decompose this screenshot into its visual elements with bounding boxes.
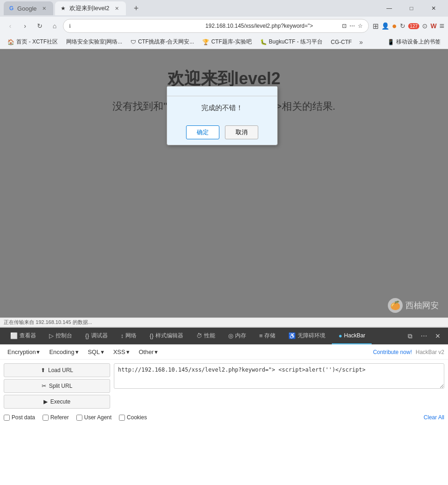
home-button[interactable]: ⌂ [48,19,61,32]
reload-button[interactable]: ↻ [33,19,46,32]
bookmark-xctf[interactable]: 🏠 首页 - XCTF社区 [4,37,62,47]
post-data-label: Post data [12,414,35,421]
qr-icon[interactable]: ⊡ [342,23,347,29]
more-icon[interactable]: ⋯ [349,23,355,29]
tab-level2[interactable]: ★ 欢迎来到level2 ✕ [55,1,126,15]
dialog-header [167,87,277,96]
cookies-label: Cookies [127,414,147,421]
hackbar-menu-encoding-label: Encoding [49,348,74,355]
bookmark-ctf1-label: CTF挑战赛-合天网安... [138,38,194,46]
referer-input[interactable] [43,415,49,421]
account-icon[interactable]: ⊙ [422,22,428,30]
devtools-tab-accessibility[interactable]: ♿ 无障碍环境 [282,328,332,344]
forward-button[interactable]: › [19,19,31,32]
address-bar: ‹ › ↻ ⌂ ℹ 192.168.10.145/xss/level2.php?… [0,17,448,35]
devtools-tab-console[interactable]: ▷ 控制台 [43,328,79,344]
hackbar-menu-sql[interactable]: SQL ▾ [84,348,108,356]
bookmarks-bar: 🏠 首页 - XCTF社区 网络安全实验室|网络... 🛡 CTF挑战赛-合天网… [0,35,448,49]
menu-icon[interactable]: ≡ [439,21,444,31]
accessibility-icon: ♿ [288,332,296,339]
watermark-text: 西柚网安 [405,300,439,311]
browser-chrome: G Google ✕ ★ 欢迎来到level2 ✕ + — □ ✕ ‹ › ↻ … [0,0,448,49]
w-icon[interactable]: W [430,22,436,30]
profile2-icon[interactable]: ● [392,21,397,31]
bookmark-ctf2-label: CTF题库-实验吧 [211,38,251,46]
bookmark-ctf1[interactable]: 🛡 CTF挑战赛-合天网安... [127,37,198,47]
tab-close-level2[interactable]: ✕ [113,5,120,12]
toolbar-icons: ⊞ 👤 ● ↻ 127 ⊙ W ≡ [373,21,444,31]
hackbar-body: ⬆ Load URL ✂ Split URL ▶ Execute http://… [0,360,448,412]
bookmark-cgctf-label: CG-CTF [331,39,352,45]
hackbar-menu-xss-label: XSS [113,348,125,355]
hackbar-menu-other-label: Other [139,348,154,355]
bookmark-lab[interactable]: 网络安全实验室|网络... [62,37,126,47]
bookmark-bugku-label: BugkuCTF - 练习平台 [269,38,323,46]
clear-all-button[interactable]: Clear All [423,414,444,421]
dialog-confirm-button[interactable]: 确定 [186,125,219,139]
devtools-tab-accessibility-label: 无障碍环境 [298,332,325,340]
bookmark-bugku[interactable]: 🐛 BugkuCTF - 练习平台 [256,37,326,47]
bookmark-mobile-icon: 📱 [387,39,394,45]
hackbar-url-area: http://192.168.10.145/xss/level2.php?key… [114,363,444,409]
hackbar-menu-encoding-arrow: ▾ [75,348,79,355]
new-tab-button[interactable]: + [130,2,143,15]
referer-label: Referer [50,414,69,421]
load-url-label: Load URL [48,367,73,373]
back-button[interactable]: ‹ [4,19,17,32]
hackbar-menu-other-arrow: ▾ [155,348,158,355]
address-input[interactable]: ℹ 192.168.10.145/xss/level2.php?keyword=… [63,19,369,33]
url-display: 192.168.10.145/xss/level2.php?keyword="> [205,23,339,29]
execute-button[interactable]: ▶ Execute [4,395,110,409]
tab-google[interactable]: G Google ✕ [4,1,53,15]
devtools-tab-network[interactable]: ↕ 网络 [114,328,143,344]
post-data-checkbox[interactable]: Post data [4,414,35,421]
hackbar-menu-xss[interactable]: XSS ▾ [110,348,133,356]
cookies-checkbox[interactable]: Cookies [119,414,147,421]
watermark: 🍊 西柚网安 [388,298,439,313]
devtools-tab-style[interactable]: {} 样式编辑器 [143,328,190,344]
load-url-button[interactable]: ⬆ Load URL [4,363,110,377]
cookies-input[interactable] [119,415,125,421]
tab-close-google[interactable]: ✕ [40,5,48,12]
hackbar-url-input[interactable]: http://192.168.10.145/xss/level2.php?key… [114,363,444,389]
devtools-more-button[interactable]: ⋯ [417,330,430,342]
post-data-input[interactable] [4,415,10,421]
devtools-tab-debugger[interactable]: {} 调试器 [79,328,114,344]
minimize-button[interactable]: — [379,1,400,16]
hackbar-contribute-link[interactable]: Contribute now! [373,349,412,355]
devtools-tab-performance[interactable]: ⏱ 性能 [190,328,222,344]
devtools-tab-inspector[interactable]: ⬜ 查看器 [4,328,43,344]
user-agent-checkbox[interactable]: User Agent [76,414,112,421]
hackbar-menu-encryption[interactable]: Encryption ▾ [4,348,44,356]
status-bar: 正在传输来自 192.168.10.145 的数据... [0,317,448,327]
devtools-tab-memory[interactable]: ◎ 内存 [222,328,253,344]
user-agent-input[interactable] [76,415,82,421]
split-url-button[interactable]: ✂ Split URL [4,379,110,393]
bookmark-more[interactable]: » [356,37,366,47]
devtools-tab-hackbar[interactable]: ● HackBar [332,328,372,344]
bookmark-ctf2[interactable]: 🏆 CTF题库-实验吧 [199,37,255,47]
devtools-tab-storage[interactable]: ≡ 存储 [253,328,282,344]
referer-checkbox[interactable]: Referer [43,414,69,421]
hackbar-menu-encoding[interactable]: Encoding ▾ [45,348,82,356]
tab-bar: G Google ✕ ★ 欢迎来到level2 ✕ + — □ ✕ [0,0,448,17]
bookmark-ctf1-icon: 🛡 [131,39,136,45]
maximize-button[interactable]: □ [401,1,422,16]
devtools-undock-button[interactable]: ⧉ [404,330,417,342]
devtools-close-button[interactable]: ✕ [431,330,444,342]
tab-favicon-level2: ★ [61,5,66,12]
hackbar-menu-encryption-arrow: ▾ [37,348,40,355]
bookmark-mobile[interactable]: 📱 移动设备上的书签 [384,37,444,47]
split-url-label: Split URL [49,383,73,389]
profile-icon[interactable]: 👤 [381,22,389,30]
star-icon[interactable]: ☆ [358,23,363,29]
extensions-icon[interactable]: ⊞ [373,22,379,31]
bookmark-cgctf[interactable]: CG-CTF [327,38,355,46]
sync-icon[interactable]: ↻ [400,22,405,30]
execute-label: Execute [50,398,70,405]
close-button[interactable]: ✕ [423,1,444,16]
hackbar: Encryption ▾ Encoding ▾ SQL ▾ XSS ▾ Othe… [0,344,448,424]
split-url-icon: ✂ [42,383,46,389]
dialog-cancel-button[interactable]: 取消 [225,125,258,139]
hackbar-menu-other[interactable]: Other ▾ [135,348,162,356]
